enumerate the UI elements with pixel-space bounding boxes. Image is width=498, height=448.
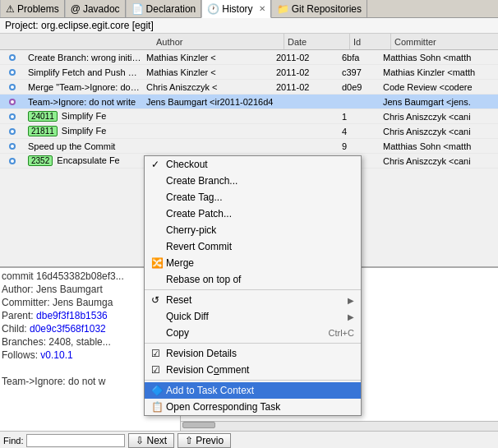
branch-tag: 21811 xyxy=(28,126,58,136)
commit-date: 2011-02 xyxy=(276,67,342,77)
tab-declaration[interactable]: 📄 Declaration xyxy=(126,0,202,17)
next-button[interactable]: ⇩ Next xyxy=(128,433,174,448)
tab-javadoc-label: Javadoc xyxy=(83,3,120,15)
menu-item-merge[interactable]: 🔀 Merge xyxy=(145,255,361,271)
commit-row[interactable]: Simplify Fetch and Push second Mathias K… xyxy=(0,65,498,80)
next-label: Next xyxy=(146,435,167,446)
menu-item-add-task[interactable]: 🔷 Add to Task Context xyxy=(145,382,361,399)
prev-arrow-icon: ⇧ xyxy=(185,435,193,446)
graph-cell xyxy=(0,143,25,150)
tab-history-close[interactable]: ✕ xyxy=(259,4,265,13)
context-menu: ✓ Checkout Create Branch... Create Tag..… xyxy=(144,155,362,416)
declaration-icon: 📄 xyxy=(131,3,144,15)
tab-bar: ⚠ Problems @ Javadoc 📄 Declaration 🕐 His… xyxy=(0,0,498,18)
menu-item-copy[interactable]: Copy Ctrl+C xyxy=(145,325,361,341)
menu-label-merge: Merge xyxy=(166,257,354,269)
follows-link[interactable]: v0.10.1 xyxy=(40,349,72,361)
revision-details-checkbox: ☑ xyxy=(151,348,166,359)
problems-icon: ⚠ xyxy=(6,3,15,15)
col-header-date: Date xyxy=(284,34,350,49)
quick-diff-arrow-icon: ▶ xyxy=(348,312,354,321)
commit-author: Jens Baumgart <ir2011-0216d4 xyxy=(145,97,276,107)
menu-separator-2 xyxy=(145,343,361,344)
merge-icon: 🔀 xyxy=(151,257,166,269)
menu-label-revision-comment: Revision Comment xyxy=(166,364,354,376)
commit-row[interactable]: Create Branch: wrong initializa Mathias … xyxy=(0,50,498,65)
menu-label-cherry-pick: Cherry-pick xyxy=(166,224,354,236)
commit-committer: Chris Aniszczyk <cani xyxy=(383,112,498,122)
tab-history-label: History xyxy=(222,3,252,15)
tab-javadoc[interactable]: @ Javadoc xyxy=(65,0,126,17)
menu-item-open-task[interactable]: 📋 Open Corresponding Task xyxy=(145,399,361,415)
child-link[interactable]: d0e9c3f568f1032 xyxy=(30,323,106,335)
open-task-icon: 📋 xyxy=(151,401,166,413)
commit-author: Mathias Kinzler < xyxy=(145,67,276,77)
menu-item-revision-details[interactable]: ☑ Revision Details xyxy=(145,345,361,362)
graph-dot xyxy=(9,54,16,61)
menu-item-quick-diff[interactable]: Quick Diff ▶ xyxy=(145,308,361,325)
commit-id: d0e9 xyxy=(342,82,383,92)
graph-cell xyxy=(0,158,25,164)
revision-comment-checkbox: ☑ xyxy=(151,364,166,376)
graph-dot xyxy=(9,143,16,150)
javadoc-icon: @ xyxy=(71,3,81,15)
commit-list: Create Branch: wrong initializa Mathias … xyxy=(0,50,498,169)
commit-id: c397 xyxy=(342,67,383,77)
commit-row[interactable]: Merge "Team->Ignore: do no Chris Aniszcz… xyxy=(0,80,498,95)
commit-committer: Code Review <codere xyxy=(383,82,498,92)
menu-label-create-tag: Create Tag... xyxy=(166,192,354,203)
tab-declaration-label: Declaration xyxy=(146,3,196,15)
horizontal-scrollbar[interactable] xyxy=(181,421,498,431)
commit-id: 9 xyxy=(342,141,383,151)
project-label: Project: org.eclipse.egit.core [egit] xyxy=(5,20,154,31)
commit-date: 2011-02 xyxy=(276,82,342,92)
graph-dot xyxy=(9,69,16,76)
menu-item-rebase[interactable]: Rebase on top of xyxy=(145,271,361,288)
col-header-author: Author xyxy=(153,34,284,49)
menu-label-revert: Revert Commit xyxy=(166,241,354,252)
commit-row[interactable]: 24011 Simplify Fe 1 Chris Aniszczyk <can… xyxy=(0,109,498,124)
reset-icon: ↺ xyxy=(151,294,166,306)
menu-label-create-branch: Create Branch... xyxy=(166,175,354,187)
commit-date: 2011-02 xyxy=(276,53,342,62)
commit-message: Create Branch: wrong initializa xyxy=(25,53,145,62)
tab-problems[interactable]: ⚠ Problems xyxy=(0,0,65,17)
commit-message: 21811 Simplify Fe xyxy=(25,126,145,136)
menu-item-reset[interactable]: ↺ Reset ▶ xyxy=(145,292,361,308)
menu-item-cherry-pick[interactable]: Cherry-pick xyxy=(145,222,361,238)
menu-label-create-patch: Create Patch... xyxy=(166,208,354,219)
checkout-icon: ✓ xyxy=(151,159,166,170)
col-header-committer: Committer xyxy=(391,34,498,49)
branch-tag: 2352 xyxy=(28,155,53,166)
parent-link[interactable]: dbe9f3f18b1536 xyxy=(36,310,108,321)
prev-label: Previo xyxy=(196,435,224,446)
menu-item-create-tag[interactable]: Create Tag... xyxy=(145,189,361,206)
menu-item-checkout[interactable]: ✓ Checkout xyxy=(145,156,361,173)
commit-message: 24011 Simplify Fe xyxy=(25,111,145,122)
graph-cell xyxy=(0,54,25,61)
commit-committer: Chris Aniszczyk <cani xyxy=(383,156,498,166)
commit-message: Merge "Team->Ignore: do no xyxy=(25,82,145,92)
tab-git-repos[interactable]: 📁 Git Repositories xyxy=(271,0,367,17)
commit-message: Simplify Fetch and Push second xyxy=(25,67,145,77)
menu-label-checkout: Checkout xyxy=(166,159,354,170)
tab-history[interactable]: 🕐 History ✕ xyxy=(201,0,270,18)
add-task-icon: 🔷 xyxy=(151,385,166,396)
commit-committer: Mathias Kinzler <matth xyxy=(383,67,498,77)
tab-git-repos-label: Git Repositories xyxy=(292,3,362,15)
commit-row[interactable]: 21811 Simplify Fe 4 Chris Aniszczyk <can… xyxy=(0,124,498,139)
commit-committer: Chris Aniszczyk <cani xyxy=(383,127,498,136)
menu-item-revert[interactable]: Revert Commit xyxy=(145,238,361,255)
menu-label-copy: Copy xyxy=(166,327,329,339)
menu-item-create-patch[interactable]: Create Patch... xyxy=(145,206,361,222)
menu-label-revision-details: Revision Details xyxy=(166,348,354,359)
find-label: Find: xyxy=(3,436,23,446)
commit-row-selected[interactable]: Team->Ignore: do not write Jens Baumgart… xyxy=(0,95,498,109)
menu-item-create-branch[interactable]: Create Branch... xyxy=(145,173,361,189)
menu-item-revision-comment[interactable]: ☑ Revision Comment xyxy=(145,362,361,378)
graph-cell xyxy=(0,128,25,135)
previous-button[interactable]: ⇧ Previo xyxy=(178,433,231,448)
menu-separator-3 xyxy=(145,380,361,381)
commit-row[interactable]: Speed up the Commit 9 Matthias Sohn <mat… xyxy=(0,139,498,154)
find-input[interactable] xyxy=(26,434,125,447)
